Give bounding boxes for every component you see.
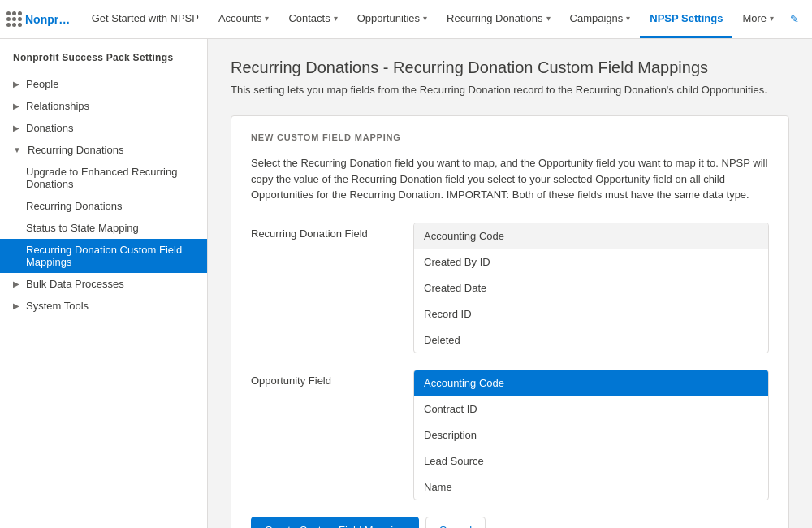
nav-item-get-started[interactable]: Get Started with NPSP — [82, 0, 209, 38]
nav-item-more[interactable]: More ▾ — [732, 0, 784, 38]
main-content: Recurring Donations - Recurring Donation… — [208, 39, 812, 528]
people-chevron-icon: ▶ — [13, 80, 19, 89]
recurring-donation-dropdown[interactable]: Accounting Code Created By ID Created Da… — [413, 223, 769, 353]
nav-items: Get Started with NPSP Accounts ▾ Contact… — [82, 0, 784, 38]
opp-option-contract-id[interactable]: Contract ID — [414, 396, 768, 422]
rd-option-record-id[interactable]: Record ID — [414, 301, 768, 327]
opportunity-field-label: Opportunity Field — [251, 370, 413, 387]
sidebar-item-relationships[interactable]: ▶ Relationships — [0, 95, 207, 117]
recurring-donation-field-row: Recurring Donation Field Accounting Code… — [251, 223, 769, 353]
rd-option-deleted[interactable]: Deleted — [414, 327, 768, 353]
nav-item-contacts[interactable]: Contacts ▾ — [279, 0, 347, 38]
recurring-donation-field-label: Recurring Donation Field — [251, 223, 413, 240]
sidebar-item-recurring-donations-child[interactable]: Recurring Donations — [0, 195, 207, 217]
more-chevron-icon: ▾ — [770, 14, 774, 23]
opportunity-field-control: Accounting Code Contract ID Description … — [413, 370, 769, 500]
contacts-chevron-icon: ▾ — [334, 14, 338, 23]
opportunity-field-row: Opportunity Field Accounting Code Contra… — [251, 370, 769, 500]
page-title: Recurring Donations - Recurring Donation… — [231, 58, 789, 77]
bulk-data-chevron-icon: ▶ — [13, 279, 19, 288]
nav-item-opportunities[interactable]: Opportunities ▾ — [348, 0, 437, 38]
cancel-button[interactable]: Cancel — [425, 517, 486, 529]
nav-item-campaigns[interactable]: Campaigns ▾ — [560, 0, 641, 38]
sidebar-item-upgrade[interactable]: Upgrade to Enhanced Recurring Donations — [0, 161, 207, 195]
sidebar: Nonprofit Success Pack Settings ▶ People… — [0, 39, 208, 528]
opp-option-lead-source[interactable]: Lead Source — [414, 448, 768, 474]
settings-card: NEW CUSTOM FIELD MAPPING Select the Recu… — [231, 115, 789, 528]
sidebar-title: Nonprofit Success Pack Settings — [0, 52, 207, 73]
recurring-donations-sidebar-chevron-icon: ▼ — [13, 145, 21, 154]
sidebar-item-bulk-data[interactable]: ▶ Bulk Data Processes — [0, 273, 207, 295]
app-name[interactable]: Nonprofit Success ... — [22, 13, 82, 26]
top-nav: Nonprofit Success ... Get Started with N… — [0, 0, 812, 39]
campaigns-chevron-icon: ▾ — [626, 14, 630, 23]
opportunities-chevron-icon: ▾ — [423, 14, 427, 23]
rd-option-accounting-code[interactable]: Accounting Code — [414, 223, 768, 249]
section-description: Select the Recurring Donation field you … — [251, 155, 769, 203]
sidebar-item-people[interactable]: ▶ People — [0, 73, 207, 95]
opp-option-description[interactable]: Description — [414, 422, 768, 448]
sidebar-item-status-state-mapping[interactable]: Status to State Mapping — [0, 217, 207, 239]
recurring-donation-field-control: Accounting Code Created By ID Created Da… — [413, 223, 769, 353]
rd-option-created-by-id[interactable]: Created By ID — [414, 249, 768, 275]
sidebar-item-donations[interactable]: ▶ Donations — [0, 117, 207, 139]
relationships-chevron-icon: ▶ — [13, 102, 19, 110]
opportunity-dropdown[interactable]: Accounting Code Contract ID Description … — [413, 370, 769, 500]
create-custom-field-mapping-button[interactable]: Create Custom Field Mapping — [251, 517, 419, 529]
sidebar-item-custom-field-mappings[interactable]: Recurring Donation Custom Field Mappings — [0, 239, 207, 273]
sidebar-item-system-tools[interactable]: ▶ System Tools — [0, 295, 207, 317]
recurring-donations-chevron-icon: ▾ — [546, 14, 551, 23]
rd-option-created-date[interactable]: Created Date — [414, 275, 768, 301]
section-label: NEW CUSTOM FIELD MAPPING — [251, 132, 769, 142]
accounts-chevron-icon: ▾ — [265, 14, 269, 23]
system-tools-chevron-icon: ▶ — [13, 301, 19, 310]
app-launcher-icon — [6, 11, 22, 27]
main-layout: Nonprofit Success Pack Settings ▶ People… — [0, 39, 812, 528]
nav-item-npsp-settings[interactable]: NPSP Settings — [640, 0, 732, 38]
nav-item-recurring-donations[interactable]: Recurring Donations ▾ — [437, 0, 560, 38]
opp-option-accounting-code[interactable]: Accounting Code — [414, 370, 768, 396]
button-row: Create Custom Field Mapping Cancel — [251, 517, 769, 529]
sidebar-item-recurring-donations[interactable]: ▼ Recurring Donations — [0, 139, 207, 161]
nav-edit-icon[interactable]: ✎ — [784, 13, 806, 25]
app-launcher-button[interactable] — [6, 5, 22, 34]
page-description: This setting lets you map fields from th… — [231, 84, 789, 96]
donations-chevron-icon: ▶ — [13, 123, 19, 132]
nav-item-accounts[interactable]: Accounts ▾ — [209, 0, 279, 38]
opp-option-name[interactable]: Name — [414, 474, 768, 500]
